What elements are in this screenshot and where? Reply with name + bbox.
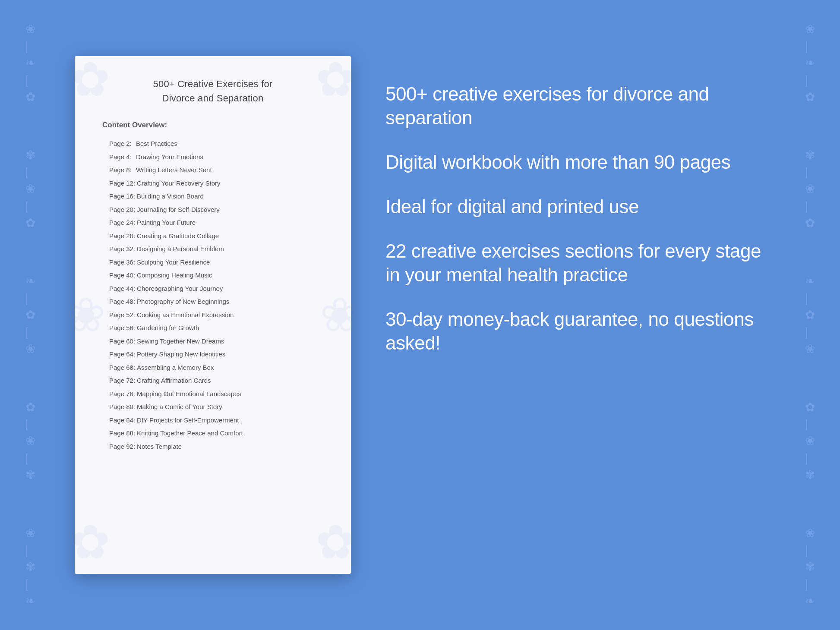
toc-page-num: Page 48:: [109, 297, 135, 307]
toc-page-num: Page 68:: [109, 363, 135, 373]
watermark-mid-right: ❀: [320, 287, 360, 343]
toc-title-text: Crafting Your Recovery Story: [137, 179, 220, 189]
toc-item: Page 24:Painting Your Future: [101, 216, 325, 230]
toc-title-text: Best Practices: [136, 139, 177, 149]
toc-title-text: Sculpting Your Resilience: [137, 258, 210, 268]
toc-title-text: Sewing Together New Dreams: [137, 337, 224, 346]
toc-title-text: Choreographing Your Journey: [137, 284, 223, 294]
toc-page-num: Page 64:: [109, 350, 135, 359]
toc-page-num: Page 56:: [109, 323, 135, 333]
document: ✿ ✿ ❀ ❀ ✿ ✿ 500+ Creative Exercises for …: [75, 56, 351, 574]
feature-text-4: 22 creative exercises sections for every…: [385, 239, 765, 287]
toc-item: Page 36:Sculpting Your Resilience: [101, 256, 325, 269]
toc-title-text: Notes Template: [137, 442, 182, 452]
toc-item: Page 28:Creating a Gratitude Collage: [101, 230, 325, 243]
toc-page-num: Page 8:: [109, 165, 134, 175]
toc-title-text: Making a Comic of Your Story: [137, 402, 222, 412]
toc-title-text: Crafting Affirmation Cards: [137, 376, 211, 386]
feature-text-5: 30-day money-back guarantee, no question…: [385, 307, 765, 355]
toc-page-num: Page 36:: [109, 258, 135, 268]
right-panel: 500+ creative exercises for divorce and …: [385, 56, 765, 355]
feature-text-3: Ideal for digital and printed use: [385, 195, 765, 218]
toc-item: Page 40:Composing Healing Music: [101, 269, 325, 282]
toc-item: Page 72:Crafting Affirmation Cards: [101, 374, 325, 387]
left-floral-border: ❀|❧|✿ ✾|❀|✿ ❧|✿|❀ ✿|❀|✾ ❀|✾|❧: [4, 0, 56, 630]
toc-page-num: Page 84:: [109, 416, 135, 425]
toc-item: Page 52:Cooking as Emotional Expression: [101, 309, 325, 322]
toc-item: Page 80:Making a Comic of Your Story: [101, 400, 325, 414]
floral-sprig-4: ✿|❀|✾: [25, 399, 35, 483]
toc-item: Page 60:Sewing Together New Dreams: [101, 335, 325, 348]
toc-title-text: Designing a Personal Emblem: [137, 244, 224, 254]
toc-item: Page 48:Photography of New Beginnings: [101, 295, 325, 309]
toc-title-text: Assembling a Memory Box: [137, 363, 214, 373]
toc-page-num: Page 44:: [109, 284, 135, 294]
toc-item: Page 16:Building a Vision Board: [101, 190, 325, 203]
floral-sprig-5: ❀|✾|❧: [25, 525, 35, 609]
toc-item: Page 56:Gardening for Growth: [101, 321, 325, 335]
toc-page-num: Page 40:: [109, 271, 135, 280]
toc-page-num: Page 52:: [109, 310, 135, 320]
toc-item: Page 92:Notes Template: [101, 440, 325, 454]
toc-page-num: Page 16:: [109, 192, 135, 202]
floral-sprig-r5: ❀|✾|❧: [805, 525, 815, 609]
toc-page-num: Page 72:: [109, 376, 135, 386]
toc-page-num: Page 2:: [109, 139, 134, 149]
toc-title-text: Mapping Out Emotional Landscapes: [137, 389, 241, 399]
toc-item: Page 84:DIY Projects for Self-Empowermen…: [101, 414, 325, 427]
document-wrapper: ✿ ✿ ❀ ❀ ✿ ✿ 500+ Creative Exercises for …: [75, 56, 351, 574]
toc-title-text: Photography of New Beginnings: [137, 297, 229, 307]
toc-title-text: Drawing Your Emotions: [136, 152, 203, 162]
toc-item: Page 76:Mapping Out Emotional Landscapes: [101, 387, 325, 401]
toc-title-text: Painting Your Future: [137, 218, 196, 228]
watermark-bottom-right: ✿: [316, 514, 355, 570]
feature-text-2: Digital workbook with more than 90 pages: [385, 150, 765, 174]
toc-item: Page 12:Crafting Your Recovery Story: [101, 177, 325, 190]
toc-page-num: Page 32:: [109, 244, 135, 254]
document-title: 500+ Creative Exercises for Divorce and …: [101, 77, 325, 105]
section-label: Content Overview:: [102, 121, 325, 129]
toc-title-text: Knitting Together Peace and Comfort: [137, 428, 243, 438]
toc-title-text: Creating a Gratitude Collage: [137, 231, 219, 241]
toc-page-num: Page 92:: [109, 442, 135, 452]
toc-title-text: Writing Letters Never Sent: [136, 165, 212, 175]
floral-sprig-1: ❀|❧|✿: [25, 21, 35, 105]
toc-page-num: Page 4:: [109, 152, 134, 162]
toc-item: Page 44:Choreographing Your Journey: [101, 282, 325, 296]
toc-item: Page 32:Designing a Personal Emblem: [101, 243, 325, 256]
feature-text-1: 500+ creative exercises for divorce and …: [385, 82, 765, 129]
toc-page-num: Page 76:: [109, 389, 135, 399]
toc-page-num: Page 88:: [109, 428, 135, 438]
floral-sprig-r3: ❧|✿|❀: [805, 273, 815, 357]
toc-title-text: Gardening for Growth: [137, 323, 199, 333]
floral-sprig-2: ✾|❀|✿: [25, 147, 35, 231]
floral-sprig-3: ❧|✿|❀: [25, 273, 35, 357]
toc-page-num: Page 60:: [109, 337, 135, 346]
right-floral-border: ❀|❧|✿ ✾|❀|✿ ❧|✿|❀ ✿|❀|✾ ❀|✾|❧: [784, 0, 836, 630]
main-content: ✿ ✿ ❀ ❀ ✿ ✿ 500+ Creative Exercises for …: [75, 56, 765, 574]
toc-title-text: Cooking as Emotional Expression: [137, 310, 234, 320]
toc-item: Page 68:Assembling a Memory Box: [101, 361, 325, 375]
toc-title-text: Pottery Shaping New Identities: [137, 350, 225, 359]
toc-page-num: Page 12:: [109, 179, 135, 189]
toc-title-text: Journaling for Self-Discovery: [137, 205, 220, 215]
toc-title-text: Building a Vision Board: [137, 192, 204, 202]
toc-title-text: Composing Healing Music: [137, 271, 212, 280]
toc-item: Page 2:Best Practices: [101, 137, 325, 151]
toc-page-num: Page 80:: [109, 402, 135, 412]
toc-item: Page 64:Pottery Shaping New Identities: [101, 348, 325, 361]
toc-page-num: Page 24:: [109, 218, 135, 228]
watermark-bottom-left: ✿: [70, 514, 110, 570]
toc-item: Page 88:Knitting Together Peace and Comf…: [101, 427, 325, 440]
toc-item: Page 8:Writing Letters Never Sent: [101, 164, 325, 177]
toc-list: Page 2:Best PracticesPage 4:Drawing Your…: [101, 137, 325, 453]
toc-item: Page 20:Journaling for Self-Discovery: [101, 203, 325, 217]
toc-page-num: Page 20:: [109, 205, 135, 215]
floral-sprig-r2: ✾|❀|✿: [805, 147, 815, 231]
floral-sprig-r1: ❀|❧|✿: [805, 21, 815, 105]
toc-title-text: DIY Projects for Self-Empowerment: [137, 416, 239, 425]
watermark-mid-left: ❀: [66, 287, 106, 343]
toc-page-num: Page 28:: [109, 231, 135, 241]
floral-sprig-r4: ✿|❀|✾: [805, 399, 815, 483]
toc-item: Page 4:Drawing Your Emotions: [101, 151, 325, 164]
